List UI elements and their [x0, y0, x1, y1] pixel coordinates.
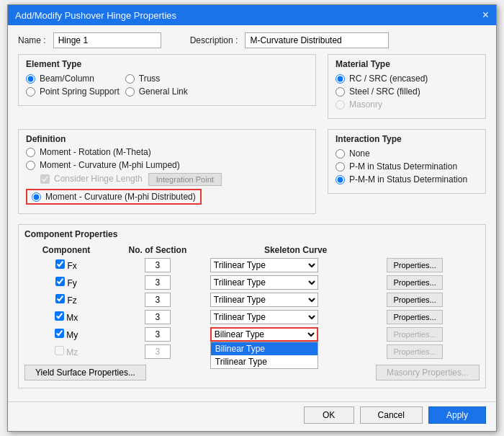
interaction-pmm-label: P-M-M in Status Determination: [349, 174, 467, 184]
table-row: Fy Trilinear Type Bilinear Type Properti…: [24, 274, 480, 291]
my-checkbox[interactable]: [55, 329, 64, 338]
fz-checkbox[interactable]: [55, 294, 65, 303]
moment-rot-label: Moment - Rotation (M-Theta): [40, 147, 151, 157]
mx-properties-button[interactable]: Properties...: [387, 310, 442, 324]
mx-skeleton-select[interactable]: Trilinear Type Bilinear Type: [210, 310, 318, 324]
component-properties-group: Component Properties Component No. of Se…: [18, 224, 486, 388]
material-steel-row: Steel / SRC (filled): [336, 86, 478, 97]
component-table: Component No. of Section Skeleton Curve …: [24, 244, 480, 360]
steel-src-label: Steel / SRC (filled): [349, 86, 420, 97]
fx-skeleton-select[interactable]: Trilinear Type Bilinear Type: [210, 258, 318, 272]
fy-label: Fy: [68, 278, 77, 288]
consider-hinge-checkbox: [40, 174, 50, 184]
apply-button[interactable]: Apply: [428, 406, 486, 424]
desc-input[interactable]: [245, 32, 389, 48]
fz-sections[interactable]: [145, 293, 171, 307]
interaction-pmm-row: P-M-M in Status Determination: [336, 174, 478, 184]
dropdown-option-trilinear[interactable]: Trilinear Type: [211, 355, 318, 368]
component-properties-title: Component Properties: [24, 229, 480, 239]
interaction-none-radio[interactable]: [336, 149, 345, 159]
point-spring-radio[interactable]: [26, 87, 35, 97]
interaction-pmm-radio[interactable]: [336, 175, 345, 184]
general-link-radio[interactable]: [125, 87, 135, 97]
col-sections: No. of Section: [108, 244, 207, 257]
fy-skeleton-select[interactable]: Trilinear Type Bilinear Type: [210, 275, 318, 290]
element-type-title: Element Type: [26, 59, 308, 69]
mz-label: Mz: [66, 347, 78, 357]
my-dropdown-list: Bilinear Type Trilinear Type: [210, 342, 318, 369]
moment-curv-dist-radio[interactable]: [32, 192, 41, 202]
fy-checkbox[interactable]: [55, 277, 65, 286]
my-skeleton-select[interactable]: Bilinear Type Trilinear Type: [210, 327, 318, 342]
ok-button[interactable]: OK: [304, 406, 354, 424]
material-type-title: Material Type: [336, 59, 478, 69]
moment-rot-row: Moment - Rotation (M-Theta): [26, 147, 308, 157]
dialog-footer: OK Cancel Apply: [8, 401, 496, 431]
close-button[interactable]: ×: [482, 9, 489, 21]
fz-properties-button[interactable]: Properties...: [387, 293, 442, 307]
masonry-label: Masonry: [349, 99, 382, 110]
moment-curv-dist-highlight: Moment - Curvature (M-phi Distributed): [26, 189, 202, 205]
cancel-button[interactable]: Cancel: [360, 406, 423, 424]
fx-label: Fx: [68, 261, 77, 271]
table-row: Mx Trilinear Type Bilinear Type Properti…: [24, 308, 480, 326]
element-beam-col-row: Beam/Column: [26, 74, 120, 84]
my-sections[interactable]: [145, 327, 171, 342]
integration-point-button[interactable]: Integration Point: [148, 173, 222, 186]
col-skeleton: Skeleton Curve: [207, 244, 384, 257]
masonry-radio: [336, 100, 345, 110]
moment-curv-dist-row: Moment - Curvature (M-phi Distributed): [26, 189, 308, 205]
col-component: Component: [24, 244, 108, 257]
interaction-none-label: None: [349, 148, 370, 159]
table-row: Fx Trilinear Type Bilinear Type Properti…: [24, 257, 480, 274]
material-type-group: Material Type RC / SRC (encased) Steel /…: [328, 54, 486, 119]
interaction-none-row: None: [336, 148, 478, 159]
consider-hinge-row: Consider Hinge Length: [40, 174, 143, 184]
my-label: My: [66, 330, 78, 340]
element-point-spring-row: Point Spring Support: [26, 86, 120, 97]
steel-src-radio[interactable]: [336, 87, 345, 97]
beam-col-label: Beam/Column: [40, 74, 94, 84]
my-properties-button[interactable]: Properties...: [387, 327, 442, 342]
mx-label: Mx: [66, 313, 78, 323]
dialog-body: Name : Description : Element Type Beam/C…: [8, 25, 496, 401]
fz-skeleton-select[interactable]: Trilinear Type Bilinear Type: [210, 293, 318, 307]
definition-title: Definition: [26, 134, 308, 144]
rc-src-radio[interactable]: [336, 74, 345, 84]
fx-checkbox[interactable]: [55, 259, 65, 269]
dialog: Add/Modify Pushover Hinge Properties × N…: [7, 4, 497, 432]
mz-properties-button: Properties...: [387, 344, 442, 359]
truss-label: Truss: [139, 74, 161, 84]
moment-curv-dist-label: Moment - Curvature (M-phi Distributed): [45, 192, 196, 202]
dropdown-option-bilinear[interactable]: Bilinear Type: [211, 342, 318, 355]
masonry-properties-button: Masonry Properties...: [376, 365, 480, 381]
table-row: My Bilinear Type Trilinear Type Bilinear…: [24, 326, 480, 343]
moment-rot-radio[interactable]: [26, 148, 35, 157]
desc-label: Description :: [190, 35, 238, 45]
material-masonry-row: Masonry: [336, 99, 478, 110]
element-general-link-row: General Link: [125, 86, 188, 97]
point-spring-label: Point Spring Support: [40, 86, 120, 97]
interaction-pm-radio[interactable]: [336, 162, 345, 172]
mx-sections[interactable]: [145, 310, 171, 324]
fy-sections[interactable]: [145, 275, 171, 290]
my-dropdown-container: Bilinear Type Trilinear Type Bilinear Ty…: [210, 327, 382, 342]
interaction-pm-row: P-M in Status Determination: [336, 161, 478, 172]
dialog-title: Add/Modify Pushover Hinge Properties: [15, 10, 176, 21]
table-row: Fz Trilinear Type Bilinear Type Properti…: [24, 291, 480, 308]
fx-properties-button[interactable]: Properties...: [387, 258, 442, 272]
mz-checkbox[interactable]: [55, 346, 64, 355]
beam-col-radio[interactable]: [26, 74, 35, 84]
fx-sections[interactable]: [145, 258, 171, 272]
name-input[interactable]: [53, 32, 161, 48]
definition-group: Definition Moment - Rotation (M-Theta) M…: [18, 129, 316, 214]
col-props: [384, 244, 480, 257]
moment-curv-lumped-radio[interactable]: [26, 161, 35, 170]
mx-checkbox[interactable]: [55, 311, 64, 321]
yield-surface-button[interactable]: Yield Surface Properties...: [24, 365, 146, 381]
fy-properties-button[interactable]: Properties...: [387, 275, 442, 290]
truss-radio[interactable]: [125, 74, 135, 84]
interaction-type-group: Interaction Type None P-M in Status Dete…: [328, 129, 486, 194]
name-label: Name :: [18, 35, 46, 45]
interaction-pm-label: P-M in Status Determination: [349, 161, 457, 172]
